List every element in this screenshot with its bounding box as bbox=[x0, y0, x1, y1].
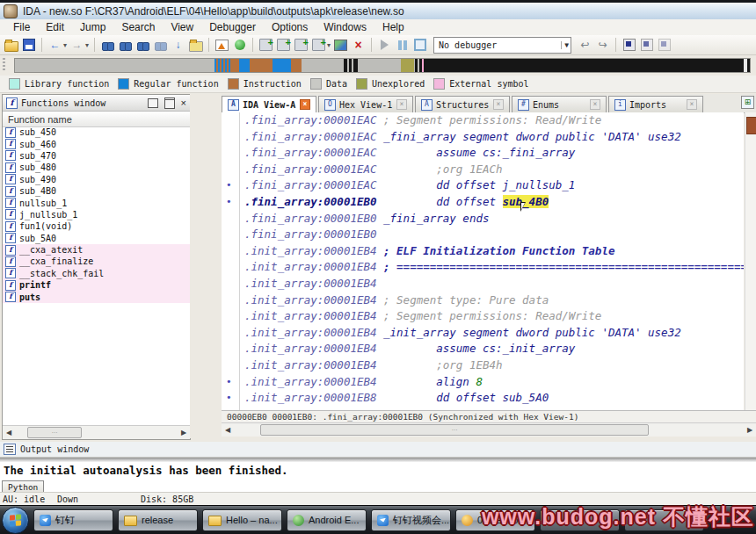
run-sphere-icon[interactable] bbox=[232, 38, 247, 52]
menu-debugger[interactable]: Debugger bbox=[201, 21, 264, 33]
start-button[interactable] bbox=[2, 507, 29, 534]
tab-close-icon[interactable]: × bbox=[493, 99, 504, 110]
function-list-item[interactable]: fnullsub_1 bbox=[3, 197, 190, 208]
taskbar-button-hello-na-[interactable]: Hello – na... bbox=[202, 509, 282, 531]
disassembly-line[interactable]: •.fini_array:00001EB0 dd offset sub_4B0 bbox=[222, 194, 744, 211]
disassembly-line[interactable]: .fini_array:00001EAC assume cs:_fini_arr… bbox=[222, 145, 744, 162]
menu-search[interactable]: Search bbox=[113, 21, 163, 33]
taskbar-button-钉钉视频会-[interactable]: 钉钉视频会... bbox=[371, 509, 451, 531]
scroll-left-icon[interactable]: ◀ bbox=[3, 429, 15, 437]
disassembly-line[interactable]: .fini_array:00001EAC ;org 1EACh bbox=[222, 162, 744, 178]
function-list-item[interactable]: fj_nullsub_1 bbox=[3, 209, 190, 220]
function-list-item[interactable]: ffun1(void) bbox=[3, 220, 190, 232]
jump-down-icon[interactable]: ↓ bbox=[171, 38, 185, 52]
function-list-item[interactable]: fsub_5A0 bbox=[3, 233, 190, 244]
float-icon[interactable] bbox=[164, 97, 175, 109]
debug-start-icon[interactable] bbox=[377, 38, 392, 52]
search-sequence-icon[interactable] bbox=[135, 38, 150, 52]
function-list-item[interactable]: fsub_450 bbox=[3, 126, 190, 138]
disassembly-view[interactable]: .fini_array:00001EAC ; Segment permissio… bbox=[222, 112, 744, 410]
tab-ida-view-a[interactable]: AIDA View-A× bbox=[222, 96, 316, 112]
disassembly-line[interactable]: .init_array:00001EB4 bbox=[222, 276, 744, 292]
disassembly-line[interactable]: .fini_array:00001EB0 _fini_array ends bbox=[222, 211, 744, 227]
scrollbar-thumb[interactable]: ⋯ bbox=[260, 424, 649, 436]
add-data-icon[interactable] bbox=[258, 38, 273, 52]
close-icon[interactable]: × bbox=[181, 99, 186, 107]
functions-hscrollbar[interactable]: ◀ ⋯ ▶ bbox=[3, 425, 190, 439]
tab-enums[interactable]: #Enums× bbox=[512, 96, 607, 112]
search-text-icon[interactable] bbox=[118, 38, 133, 52]
disassembly-line[interactable]: .init_array:00001EB4 ; ELF Initializatio… bbox=[222, 243, 744, 260]
open-file-icon[interactable] bbox=[4, 38, 18, 52]
function-list-item[interactable]: fputs bbox=[3, 291, 190, 302]
debugger-select[interactable]: No debugger ▼ bbox=[433, 37, 571, 54]
add-func-icon[interactable] bbox=[311, 38, 326, 52]
scrollbar-thumb[interactable]: ⋯ bbox=[27, 427, 82, 438]
disassembly-line[interactable]: .fini_array:00001EB0 bbox=[222, 227, 744, 243]
disassembly-hscrollbar[interactable]: ◀ ⋯ ▶ bbox=[222, 422, 756, 437]
add-struct-icon[interactable] bbox=[276, 38, 291, 52]
function-list-item[interactable]: fsub_480 bbox=[3, 162, 190, 173]
disassembly-line[interactable]: .init_array:00001EB4 _init_array segment… bbox=[222, 325, 744, 342]
title-bar[interactable]: IDA - new.so F:\CR37\Android\ELF\04\Hell… bbox=[0, 0, 756, 19]
breakpoint-del-icon[interactable] bbox=[657, 38, 672, 52]
delete-icon[interactable]: × bbox=[351, 38, 366, 52]
back-dropdown-icon[interactable]: ▾ bbox=[63, 41, 67, 49]
add-name-icon[interactable] bbox=[294, 38, 309, 52]
taskbar-button-android-e-[interactable]: Android E... bbox=[287, 509, 367, 531]
tab-close-icon[interactable]: × bbox=[687, 99, 697, 110]
disassembly-line[interactable]: •.init_array:00001EB8 dd offset sub_5A0 bbox=[222, 390, 744, 407]
disassembly-vscrollbar[interactable] bbox=[745, 112, 756, 410]
breakpoint-list-icon[interactable] bbox=[622, 38, 636, 52]
taskbar-button-release[interactable]: release bbox=[118, 509, 198, 531]
function-list-item[interactable]: fprintf bbox=[3, 279, 190, 291]
function-list-item[interactable]: fsub_490 bbox=[3, 174, 190, 185]
menu-edit[interactable]: Edit bbox=[38, 21, 72, 33]
function-list-item[interactable]: f__stack_chk_fail bbox=[3, 268, 190, 279]
disassembly-line[interactable]: •.init_array:00001EB4 align 8 bbox=[222, 374, 744, 391]
search-binary-icon[interactable] bbox=[100, 38, 115, 52]
disassembly-line[interactable]: .fini_array:00001EAC ; Segment permissio… bbox=[222, 112, 744, 129]
debug-stop-icon[interactable] bbox=[412, 38, 427, 52]
tab-close-icon[interactable]: × bbox=[590, 99, 600, 110]
menu-windows[interactable]: Windows bbox=[316, 21, 374, 33]
disassembly-line[interactable]: .init_array:00001EB4 ; Segment permissio… bbox=[222, 308, 744, 325]
output-window-titlebar[interactable]: Output window bbox=[0, 442, 756, 458]
function-list-item[interactable]: fsub_470 bbox=[3, 150, 190, 162]
disassembly-line[interactable]: .init_array:00001EB4 ;org 1EB4h bbox=[222, 357, 744, 374]
add-dropdown-icon[interactable]: ▾ bbox=[327, 41, 331, 49]
navigate-back-icon[interactable]: ← bbox=[47, 38, 62, 52]
debug-pause-icon[interactable] bbox=[395, 38, 410, 52]
tab-imports[interactable]: iImports× bbox=[608, 96, 703, 112]
function-name-column-header[interactable]: Function name bbox=[3, 112, 190, 127]
mark-icon[interactable] bbox=[188, 38, 203, 52]
scroll-left-icon[interactable]: ◀ bbox=[222, 426, 234, 434]
flowchart-icon[interactable] bbox=[214, 38, 229, 52]
menu-jump[interactable]: Jump bbox=[72, 21, 113, 33]
menu-options[interactable]: Options bbox=[264, 21, 316, 33]
disassembly-line[interactable]: .init_array:00001EB4 ; =================… bbox=[222, 259, 744, 276]
forward-dropdown-icon[interactable]: ▾ bbox=[85, 41, 89, 49]
scroll-right-icon[interactable]: ▶ bbox=[744, 426, 756, 434]
function-list-item[interactable]: f__cxa_finalize bbox=[3, 256, 190, 267]
step-over-icon[interactable]: ↪ bbox=[595, 38, 610, 52]
disassembly-line[interactable]: .init_array:00001EB4 ; Segment type: Pur… bbox=[222, 292, 744, 309]
search-again-icon[interactable] bbox=[153, 38, 168, 52]
tab-close-icon[interactable]: × bbox=[396, 99, 407, 110]
taskbar-button-钉钉[interactable]: 钉钉 bbox=[33, 509, 113, 531]
function-list-item[interactable]: f__cxa_atexit bbox=[3, 244, 190, 256]
colors-icon[interactable] bbox=[333, 38, 348, 52]
breakpoint-add-icon[interactable] bbox=[639, 38, 654, 52]
function-list-item[interactable]: fsub_460 bbox=[3, 138, 190, 149]
scrollbar-thumb[interactable] bbox=[746, 117, 756, 134]
disassembly-line[interactable]: .fini_array:00001EAC _fini_array segment… bbox=[222, 129, 744, 146]
navband-drag-handle[interactable] bbox=[3, 58, 5, 72]
new-window-icon[interactable]: ⊞ bbox=[741, 96, 754, 109]
tab-close-icon[interactable]: × bbox=[300, 99, 310, 110]
disassembly-line[interactable]: .init_array:00001EB4 assume cs:_init_arr… bbox=[222, 341, 744, 357]
restore-icon[interactable] bbox=[148, 98, 158, 108]
functions-window-titlebar[interactable]: f Functions window × bbox=[3, 95, 190, 112]
scroll-right-icon[interactable]: ▶ bbox=[178, 429, 190, 437]
menu-file[interactable]: File bbox=[5, 21, 38, 33]
menu-help[interactable]: Help bbox=[374, 21, 412, 33]
